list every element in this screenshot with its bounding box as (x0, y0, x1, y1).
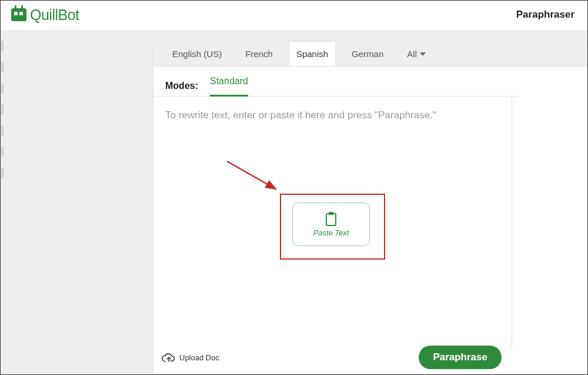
svg-line-0 (227, 161, 276, 189)
svg-rect-2 (329, 212, 333, 215)
paste-text-label: Paste Text (313, 228, 349, 237)
tab-all-languages[interactable]: All (400, 42, 433, 66)
modes-row: Modes: Standard (153, 67, 518, 97)
tool-title: Paraphraser (516, 9, 574, 21)
editor-footer: Upload Doc Paraphrase (153, 346, 512, 370)
editor-placeholder: To rewrite text, enter or paste it here … (165, 109, 500, 121)
input-editor[interactable]: To rewrite text, enter or paste it here … (153, 97, 512, 350)
upload-doc-label: Upload Doc (179, 353, 219, 362)
left-rail (1, 30, 6, 375)
tab-english-us[interactable]: English (US) (165, 42, 229, 66)
cloud-upload-icon (162, 353, 175, 362)
modes-label: Modes: (165, 81, 198, 91)
language-tabs: English (US) French Spanish German All (153, 41, 587, 67)
brand-logo[interactable]: QuillBot (11, 6, 79, 24)
chevron-down-icon (420, 52, 426, 56)
paraphraser-panel: English (US) French Spanish German All M… (153, 41, 587, 374)
paraphrase-button[interactable]: Paraphrase (419, 346, 502, 369)
workspace: English (US) French Spanish German All M… (1, 30, 587, 375)
tab-spanish[interactable]: Spanish (289, 42, 335, 66)
tab-french[interactable]: French (238, 42, 280, 66)
robot-icon (11, 8, 26, 21)
clipboard-icon (325, 211, 338, 227)
app-header: QuillBot Paraphraser (1, 1, 587, 30)
mode-standard[interactable]: Standard (210, 76, 248, 97)
brand-name: QuillBot (30, 6, 79, 24)
tab-all-label: All (407, 49, 417, 59)
upload-doc-button[interactable]: Upload Doc (162, 353, 219, 362)
tab-german[interactable]: German (345, 42, 390, 66)
paste-text-button[interactable]: Paste Text (292, 203, 370, 246)
annotation-arrow-icon (224, 158, 289, 200)
svg-rect-1 (326, 214, 336, 225)
